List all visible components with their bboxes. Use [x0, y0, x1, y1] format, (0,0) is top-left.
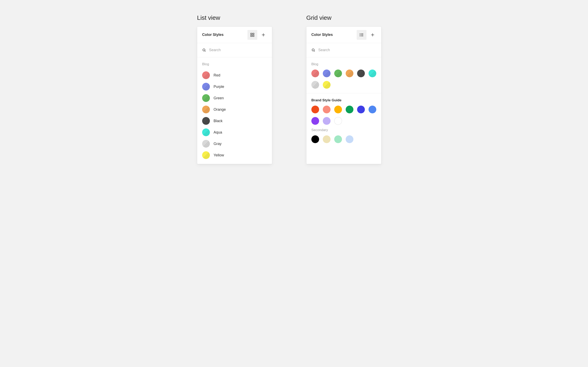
group-label: Brand Style Guide [311, 98, 376, 102]
search-icon [311, 48, 315, 52]
color-styles-panel-list: Color Styles BlogRedPurpleGreenOra [197, 26, 272, 164]
color-swatch[interactable] [323, 81, 330, 89]
svg-line-7 [205, 50, 206, 51]
search-icon [202, 48, 206, 52]
color-swatch[interactable] [357, 106, 365, 113]
svg-point-8 [360, 33, 360, 34]
panel-title: Color Styles [311, 33, 357, 37]
color-swatch [202, 71, 210, 79]
panel-title: Color Styles [202, 33, 247, 37]
list-icon [359, 33, 364, 37]
color-style-name: Orange [214, 108, 226, 112]
svg-point-12 [360, 36, 360, 36]
color-style-row[interactable]: Black [202, 115, 267, 127]
color-style-row[interactable]: Red [202, 69, 267, 81]
svg-rect-0 [251, 33, 252, 34]
svg-rect-2 [251, 35, 252, 36]
search-input[interactable] [209, 48, 267, 52]
grid-icon [250, 33, 255, 37]
add-style-button[interactable] [259, 30, 268, 40]
panel-header: Color Styles [197, 27, 272, 43]
color-swatch[interactable] [334, 106, 342, 113]
color-swatch [202, 83, 210, 91]
color-swatch[interactable] [323, 69, 330, 77]
color-swatch[interactable] [357, 69, 365, 77]
group-label: Blog [311, 62, 376, 66]
color-style-name: Black [214, 119, 223, 123]
swatch-grid [311, 69, 376, 89]
color-swatch[interactable] [311, 106, 319, 113]
color-swatch[interactable] [334, 117, 342, 125]
search-row [306, 43, 381, 57]
color-style-name: Green [214, 96, 224, 100]
color-swatch[interactable] [311, 69, 319, 77]
add-style-button[interactable] [368, 30, 378, 40]
color-swatch [202, 94, 210, 102]
group-label: Blog [202, 62, 267, 66]
color-swatch [202, 151, 210, 159]
color-swatch [202, 140, 210, 148]
color-style-row[interactable]: Gray [202, 138, 267, 150]
color-style-name: Gray [214, 142, 222, 146]
view-toggle-grid-button[interactable] [247, 30, 257, 40]
search-input[interactable] [318, 48, 376, 52]
color-style-name: Purple [214, 85, 224, 89]
color-swatch[interactable] [311, 135, 319, 143]
color-swatch [202, 117, 210, 125]
swatch-grid [311, 106, 376, 125]
color-style-name: Aqua [214, 130, 222, 134]
search-row [197, 43, 272, 57]
style-group: Brand Style GuideSecondary [306, 93, 381, 148]
svg-point-6 [203, 49, 205, 51]
list-view-heading: List view [197, 14, 220, 21]
swatch-grid [311, 135, 376, 143]
color-swatch[interactable] [369, 106, 376, 113]
color-style-row[interactable]: Green [202, 92, 267, 104]
color-swatch [202, 106, 210, 113]
color-swatch[interactable] [323, 135, 330, 143]
color-swatch[interactable] [311, 117, 319, 125]
color-swatch[interactable] [369, 69, 376, 77]
color-swatch[interactable] [346, 69, 354, 77]
color-style-row[interactable]: Yellow [202, 150, 267, 161]
svg-point-16 [312, 49, 314, 51]
color-style-row[interactable]: Purple [202, 81, 267, 92]
style-group: BlogRedPurpleGreenOrangeBlackAquaGrayYel… [197, 57, 272, 163]
color-swatch[interactable] [311, 81, 319, 89]
color-swatch[interactable] [346, 135, 354, 143]
color-swatch[interactable] [334, 135, 342, 143]
svg-rect-1 [253, 33, 254, 34]
color-style-name: Red [214, 73, 220, 77]
subgroup-label: Secondary [311, 128, 376, 132]
view-toggle-list-button[interactable] [357, 30, 366, 40]
color-swatch[interactable] [346, 106, 354, 113]
color-swatch[interactable] [323, 106, 330, 113]
color-style-row[interactable]: Orange [202, 104, 267, 115]
panel-header: Color Styles [306, 27, 381, 43]
color-swatch[interactable] [334, 69, 342, 77]
color-style-row[interactable]: Aqua [202, 127, 267, 138]
plus-icon [261, 33, 266, 37]
color-swatch[interactable] [323, 117, 330, 125]
svg-point-10 [360, 35, 360, 35]
color-styles-panel-grid: Color Styles BlogBrand [306, 26, 381, 164]
svg-line-17 [314, 50, 315, 51]
style-group: Blog [306, 57, 381, 93]
grid-view-heading: Grid view [306, 14, 331, 21]
color-style-name: Yellow [214, 153, 224, 157]
plus-icon [370, 33, 375, 37]
svg-rect-3 [253, 35, 254, 36]
color-swatch [202, 128, 210, 136]
